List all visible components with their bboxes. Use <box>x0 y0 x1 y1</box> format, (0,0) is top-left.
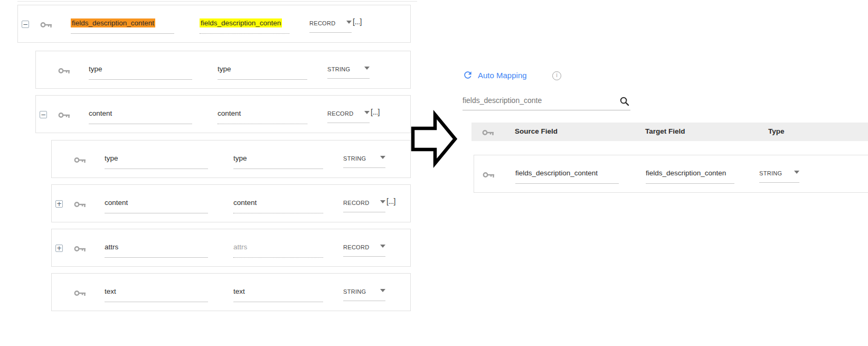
record-fields-bracket: [...] <box>371 108 380 116</box>
column-header-source-field: Source Field <box>515 127 558 135</box>
record-fields-bracket: [...] <box>386 197 395 205</box>
field-mapping-screen: − fields_description_content fields_desc… <box>0 0 868 346</box>
dropdown-caret-icon <box>364 111 370 114</box>
search-input[interactable] <box>463 95 615 105</box>
type-label: RECORD <box>327 110 353 117</box>
key-icon <box>74 245 86 253</box>
collapse-row-button[interactable]: − <box>40 111 47 118</box>
auto-mapping-label: Auto Mapping <box>478 71 527 80</box>
key-icon <box>58 67 70 74</box>
type-dropdown[interactable]: RECORD <box>343 244 385 257</box>
type-dropdown[interactable]: RECORD <box>309 20 352 33</box>
source-field-input[interactable]: content <box>105 198 208 213</box>
collapse-row-button[interactable]: − <box>22 21 29 28</box>
auto-mapping-button[interactable]: Auto Mapping <box>463 70 527 80</box>
key-icon <box>483 171 495 179</box>
column-header-target-field: Target Field <box>645 127 685 135</box>
key-icon <box>40 21 52 29</box>
search-icon <box>619 96 629 106</box>
dropdown-caret-icon <box>380 245 385 248</box>
divider <box>17 1 417 2</box>
key-icon <box>74 201 86 208</box>
search-field <box>463 95 630 110</box>
type-label: STRING <box>343 288 366 295</box>
record-fields-bracket: [...] <box>353 17 362 26</box>
dropdown-caret-icon <box>380 289 385 292</box>
type-label: RECORD <box>343 200 369 206</box>
schema-field-row: type type STRING <box>51 140 411 178</box>
source-field-input[interactable]: type <box>89 64 192 80</box>
source-field-input[interactable]: attrs <box>105 242 208 258</box>
mapping-table-row: fields_description_content fields_descri… <box>474 155 868 193</box>
source-field-input[interactable]: fields_description_content <box>515 168 619 184</box>
schema-field-row: − content content RECORD [...] <box>35 95 411 133</box>
source-field-input[interactable]: fields_description_content <box>71 18 174 34</box>
type-label: STRING <box>327 66 350 72</box>
dropdown-caret-icon <box>380 156 385 159</box>
dropdown-caret-icon <box>364 67 370 70</box>
type-dropdown[interactable]: STRING <box>759 170 799 183</box>
source-field-input[interactable]: content <box>89 108 192 124</box>
info-icon[interactable]: i <box>552 71 561 80</box>
key-icon <box>58 111 70 119</box>
type-label: RECORD <box>343 244 369 250</box>
type-dropdown[interactable]: STRING <box>343 155 385 168</box>
transform-arrow-icon <box>410 109 458 169</box>
target-field-input[interactable]: content <box>233 198 323 213</box>
key-icon <box>74 156 86 164</box>
target-field-input[interactable]: fields_description_conten <box>200 18 289 34</box>
type-label: RECORD <box>309 20 335 26</box>
expand-row-button[interactable]: + <box>55 245 63 252</box>
schema-field-row: text text STRING <box>51 273 411 311</box>
type-dropdown[interactable]: STRING <box>327 66 370 79</box>
key-icon <box>482 129 494 136</box>
target-field-text: fields_description_conten <box>200 18 282 27</box>
target-field-input[interactable]: fields_description_conten <box>646 168 734 184</box>
expand-row-button[interactable]: + <box>55 200 63 208</box>
schema-field-row: − fields_description_content fields_desc… <box>17 5 411 43</box>
source-field-input[interactable]: text <box>105 286 208 302</box>
type-label: STRING <box>343 155 366 162</box>
target-field-input[interactable]: attrs <box>233 242 323 258</box>
schema-field-row: type type STRING <box>35 51 411 89</box>
refresh-icon <box>463 70 473 80</box>
dropdown-caret-icon <box>346 21 352 24</box>
dropdown-caret-icon <box>794 171 799 174</box>
target-field-input[interactable]: type <box>218 64 307 80</box>
type-dropdown[interactable]: RECORD <box>327 110 370 123</box>
column-header-type: Type <box>768 127 785 135</box>
type-dropdown[interactable]: STRING <box>343 288 385 301</box>
source-field-input[interactable]: type <box>105 153 208 169</box>
target-field-input[interactable]: content <box>218 108 307 124</box>
key-icon <box>74 289 86 297</box>
target-field-input[interactable]: text <box>233 286 323 302</box>
type-label: STRING <box>759 170 782 176</box>
dropdown-caret-icon <box>380 200 385 203</box>
mapping-table-header: Source Field Target Field Type <box>471 123 868 141</box>
schema-field-row: + content content RECORD [...] <box>51 184 411 222</box>
type-dropdown[interactable]: RECORD <box>343 200 385 212</box>
schema-field-row: + attrs attrs RECORD <box>51 229 411 267</box>
target-field-input[interactable]: type <box>233 153 323 169</box>
source-field-text: fields_description_content <box>71 18 155 27</box>
